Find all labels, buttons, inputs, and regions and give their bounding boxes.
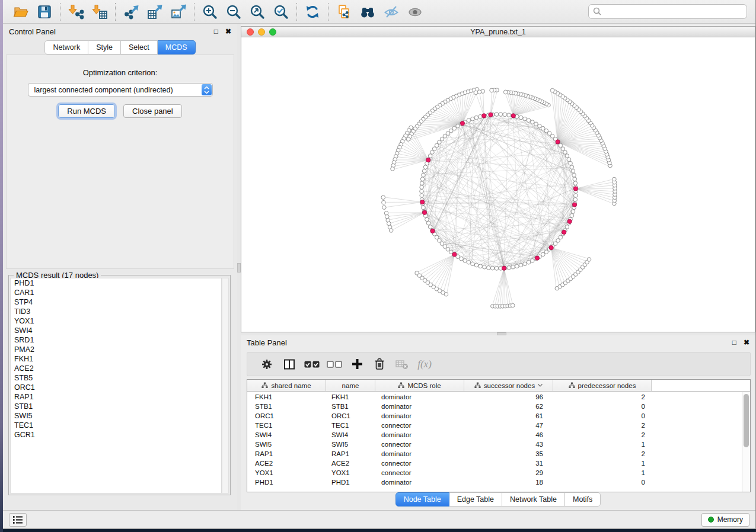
mcds-result-item[interactable]: STB5 [11,373,221,383]
float-panel-icon[interactable]: □ [214,28,218,35]
table-row[interactable]: SWI5SWI5connector431 [247,440,742,449]
tab-style[interactable]: Style [88,40,121,55]
open-file-icon[interactable] [9,2,33,22]
mcds-result-item[interactable]: YOX1 [11,316,221,326]
import-table-icon[interactable] [88,2,111,22]
table-settings-gear-icon[interactable] [256,355,278,373]
tab-node-table[interactable]: Node Table [395,492,449,507]
table-row[interactable]: STB1STB1dominator620 [247,402,742,411]
mcds-result-item[interactable]: ORC1 [11,383,221,392]
cell-predecessors: 2 [553,393,652,400]
mcds-result-item[interactable]: TID3 [11,307,221,316]
find-binoculars-icon[interactable] [356,2,379,22]
table-row[interactable]: ORC1ORC1dominator610 [247,411,742,421]
mcds-result-item[interactable]: SRD1 [11,335,221,345]
memory-button[interactable]: Memory [701,513,749,527]
tab-network[interactable]: Network [44,40,88,55]
scrollbar-thumb[interactable] [744,394,749,447]
mcds-result-item[interactable]: CAR1 [11,288,221,297]
network-canvas[interactable] [241,37,755,332]
network-window-titlebar[interactable]: YPA_prune.txt_1 [241,27,755,37]
minimize-window-icon[interactable] [258,28,265,36]
close-window-icon[interactable] [247,28,254,36]
table-scrollbar[interactable] [742,392,750,492]
zoom-fit-icon[interactable] [245,2,269,22]
tab-select[interactable]: Select [121,40,158,55]
task-history-button[interactable] [9,513,27,527]
mcds-list-scrollbar[interactable] [222,278,229,493]
table-row[interactable]: FKH1FKH1dominator962 [247,392,742,402]
mcds-result-item[interactable]: PHD1 [11,278,221,288]
search-field[interactable] [588,4,747,19]
cell-successors: 29 [464,469,553,476]
column-header-mcds-role[interactable]: MCDS role [375,380,464,391]
table-row[interactable]: ACE2ACE2connector311 [247,459,742,468]
optimization-criterion-select[interactable]: largest connected component (undirected) [28,83,213,97]
mcds-result-item[interactable]: PMA2 [11,345,221,354]
add-column-icon[interactable] [346,355,368,373]
tab-network-table[interactable]: Network Table [502,492,565,507]
cell-name: SWI5 [326,441,375,448]
show-hide-eye-icon[interactable] [403,2,427,22]
column-header-predecessor-nodes[interactable]: predecessor nodes [553,380,652,391]
zoom-in-icon[interactable] [198,2,222,22]
column-type-icon [569,382,575,389]
close-panel-icon[interactable]: ✖ [744,339,749,346]
tab-mcds[interactable]: MCDS [158,40,196,55]
zoom-out-icon[interactable] [222,2,245,22]
mcds-result-item[interactable]: STB1 [11,402,221,411]
mcds-result-item[interactable]: RAP1 [11,392,221,402]
mcds-result-list: PHD1CAR1STP4TID3YOX1SWI4SRD1PMA2FKH1ACE2… [10,278,222,493]
select-all-icon[interactable] [301,355,323,373]
cell-role: dominator [375,450,464,457]
mcds-result-item[interactable]: STP4 [11,297,221,307]
table-row[interactable]: PHD1PHD1dominator180 [247,477,742,487]
close-panel-icon[interactable]: ✖ [225,28,231,35]
table-panel-tabs: Node TableEdge TableNetwork TableMotifs [395,492,601,507]
save-session-icon[interactable] [33,2,56,22]
table-row[interactable]: TEC1TEC1connector472 [247,421,742,430]
mcds-result-item[interactable]: FKH1 [11,354,221,364]
tab-motifs[interactable]: Motifs [565,492,601,507]
run-mcds-button[interactable]: Run MCDS [58,104,115,118]
mcds-result-item[interactable]: SWI5 [11,411,221,421]
cell-successors: 96 [464,393,553,400]
toolbar-separator [328,3,328,21]
optimization-criterion-label: Optimization criterion: [7,68,234,77]
cell-predecessors: 0 [553,403,652,410]
export-network-icon[interactable] [119,2,143,22]
float-panel-icon[interactable]: □ [732,339,736,346]
close-panel-button[interactable]: Close panel [123,104,182,118]
column-header-shared-name[interactable]: shared name [247,380,326,391]
update-network-icon[interactable] [301,2,324,22]
column-header-successor-nodes[interactable]: successor nodes [464,380,553,391]
delete-column-trash-icon[interactable] [368,355,391,373]
maximize-window-icon[interactable] [269,28,276,36]
mcds-result-item[interactable]: TEC1 [11,421,221,430]
memory-label: Memory [717,515,743,524]
search-input[interactable] [602,8,742,16]
unselect-all-icon[interactable] [323,355,346,373]
mcds-result-item[interactable]: GCR1 [11,430,221,440]
column-header-empty [652,380,750,391]
table-row[interactable]: RAP1RAP1dominator352 [247,449,742,459]
export-image-icon[interactable] [167,2,190,22]
tab-edge-table[interactable]: Edge Table [449,492,502,507]
toolbar-separator [194,3,194,21]
mcds-result-item[interactable]: SWI4 [11,326,221,335]
cell-predecessors: 2 [553,431,652,438]
column-header-name[interactable]: name [326,380,375,391]
export-table-icon[interactable] [143,2,167,22]
cell-predecessors: 1 [553,469,652,476]
delete-table-icon-disabled [391,355,413,373]
table-row[interactable]: SWI4SWI4dominator462 [247,430,742,440]
cell-name: SWI4 [326,431,375,438]
duplicate-network-icon[interactable] [332,2,356,22]
zoom-selected-icon[interactable] [269,2,293,22]
toggle-graphics-details-icon[interactable] [379,2,403,22]
control-panel: Control Panel □ ✖ NetworkStyleSelectMCDS… [3,24,237,510]
mcds-result-item[interactable]: ACE2 [11,364,221,373]
table-row[interactable]: YOX1YOX1connector291 [247,468,742,477]
import-network-icon[interactable] [64,2,88,22]
show-column-icon[interactable] [278,355,301,373]
